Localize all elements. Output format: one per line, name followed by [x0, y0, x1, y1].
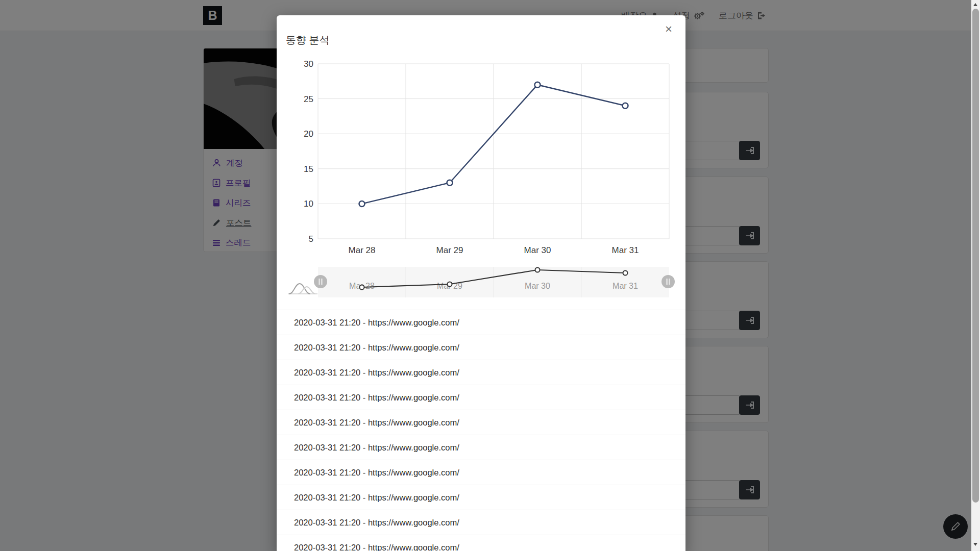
scroll-up-arrow-icon[interactable] — [973, 3, 977, 6]
log-entry-row: 2020-03-31 21:20 - https://www.google.co… — [277, 460, 685, 485]
data-point-marker — [623, 103, 628, 109]
y-axis-tick-label: 20 — [304, 129, 313, 139]
vertical-scrollbar — [971, 0, 980, 551]
log-entry-row: 2020-03-31 21:20 - https://www.google.co… — [277, 510, 685, 535]
trend-analysis-modal: 동향 분석 × 30252015105Mar 28Mar 29Mar 30Mar… — [277, 15, 685, 551]
navigator-point-marker — [535, 268, 540, 272]
log-entry-row: 2020-03-31 21:20 - https://www.google.co… — [277, 385, 685, 410]
navigator-label: Mar 30 — [525, 282, 550, 290]
y-axis-tick-label: 15 — [304, 164, 313, 174]
scroll-down-arrow-icon[interactable] — [973, 543, 977, 546]
navigator-right-handle[interactable] — [662, 275, 675, 288]
x-axis-tick-label: Mar 31 — [612, 245, 639, 255]
trend-chart: 30252015105Mar 28Mar 29Mar 30Mar 31Mar 2… — [277, 15, 685, 310]
log-entry-row: 2020-03-31 21:20 - https://www.google.co… — [277, 360, 685, 385]
y-axis-tick-label: 10 — [304, 199, 313, 209]
x-axis-tick-label: Mar 30 — [524, 245, 551, 255]
navigator-point-marker — [360, 285, 364, 290]
data-point-marker — [535, 82, 541, 88]
log-entry-row: 2020-03-31 21:20 - https://www.google.co… — [277, 310, 685, 335]
log-entry-row: 2020-03-31 21:20 - https://www.google.co… — [277, 410, 685, 435]
y-axis-tick-label: 25 — [304, 94, 313, 104]
log-entry-row: 2020-03-31 21:20 - https://www.google.co… — [277, 535, 685, 551]
log-entry-list: 2020-03-31 21:20 - https://www.google.co… — [277, 310, 685, 551]
data-point-marker — [447, 180, 453, 186]
log-entry-row: 2020-03-31 21:20 - https://www.google.co… — [277, 485, 685, 510]
data-point-marker — [359, 201, 365, 207]
mini-sparkline — [288, 284, 317, 294]
navigator-label: Mar 31 — [612, 282, 638, 290]
navigator-point-marker — [623, 271, 628, 276]
x-axis-tick-label: Mar 28 — [349, 245, 376, 255]
log-entry-row: 2020-03-31 21:20 - https://www.google.co… — [277, 435, 685, 460]
scrollbar-thumb[interactable] — [972, 9, 979, 503]
log-entry-row: 2020-03-31 21:20 - https://www.google.co… — [277, 335, 685, 360]
navigator-left-handle[interactable] — [314, 275, 327, 288]
y-axis-tick-label: 5 — [309, 234, 313, 244]
navigator-point-marker — [448, 282, 452, 287]
x-axis-tick-label: Mar 29 — [436, 245, 463, 255]
y-axis-tick-label: 30 — [304, 59, 313, 69]
